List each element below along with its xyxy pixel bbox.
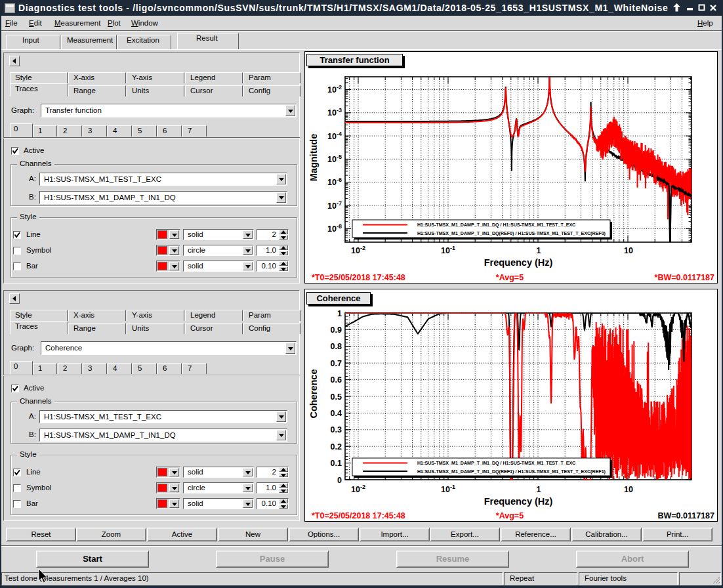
svg-text:H1:SUS-TMSX_M1_DAMP_T_IN1_DQ(R: H1:SUS-TMSX_M1_DAMP_T_IN1_DQ(REF1) / H1:… [417, 469, 606, 474]
svg-text:10-8: 10-8 [327, 223, 342, 234]
svg-text:0: 0 [337, 476, 342, 485]
svg-text:0.8: 0.8 [331, 342, 342, 351]
svg-text:10-6: 10-6 [327, 177, 342, 187]
svg-text:10-4: 10-4 [327, 131, 342, 141]
svg-text:10-2: 10-2 [351, 484, 365, 494]
svg-text:1: 1 [537, 246, 541, 255]
svg-text:0.1: 0.1 [331, 459, 342, 468]
svg-text:10-5: 10-5 [327, 154, 342, 164]
svg-text:10-1: 10-1 [441, 484, 455, 494]
svg-text:0.7: 0.7 [331, 359, 342, 368]
svg-text:10-2: 10-2 [351, 245, 365, 255]
svg-text:*T0=25/05/2018 17:45:48: *T0=25/05/2018 17:45:48 [312, 273, 405, 282]
svg-text:10: 10 [624, 485, 633, 494]
svg-text:BW=0.0117187: BW=0.0117187 [657, 511, 714, 520]
svg-text:Frequency (Hz): Frequency (Hz) [484, 257, 553, 268]
svg-text:0.2: 0.2 [331, 442, 342, 452]
svg-text:0.5: 0.5 [331, 392, 342, 402]
svg-text:Magnitude: Magnitude [308, 134, 319, 182]
svg-text:10-2: 10-2 [327, 84, 342, 94]
svg-text:H1:SUS-TMSX_M1_DAMP_T_IN1_DQ /: H1:SUS-TMSX_M1_DAMP_T_IN1_DQ / H1:SUS-TM… [417, 222, 575, 228]
svg-text:*Avg=5: *Avg=5 [496, 273, 524, 282]
svg-text:0.3: 0.3 [331, 425, 342, 434]
svg-text:0.6: 0.6 [331, 375, 342, 385]
svg-text:Frequency (Hz): Frequency (Hz) [484, 496, 553, 507]
svg-text:H1:SUS-TMSX_M1_DAMP_T_IN1_DQ /: H1:SUS-TMSX_M1_DAMP_T_IN1_DQ / H1:SUS-TM… [417, 461, 575, 466]
svg-text:Coherence: Coherence [308, 369, 319, 419]
svg-text:H1:SUS-TMSX_M1_DAMP_T_IN1_DQ(R: H1:SUS-TMSX_M1_DAMP_T_IN1_DQ(REF0) / H1:… [417, 231, 606, 236]
svg-text:10: 10 [624, 246, 633, 255]
svg-text:10-3: 10-3 [327, 107, 342, 117]
svg-text:*Avg=5: *Avg=5 [496, 511, 524, 520]
svg-text:10-1: 10-1 [441, 245, 455, 255]
svg-text:0.9: 0.9 [331, 326, 342, 335]
svg-text:0.4: 0.4 [331, 409, 342, 418]
svg-text:*BW=0.0117187: *BW=0.0117187 [655, 273, 714, 282]
svg-text:10-7: 10-7 [327, 200, 342, 211]
svg-text:*T0=25/05/2018 17:45:48: *T0=25/05/2018 17:45:48 [312, 511, 405, 520]
svg-text:1: 1 [337, 309, 342, 318]
svg-text:1: 1 [537, 485, 541, 494]
